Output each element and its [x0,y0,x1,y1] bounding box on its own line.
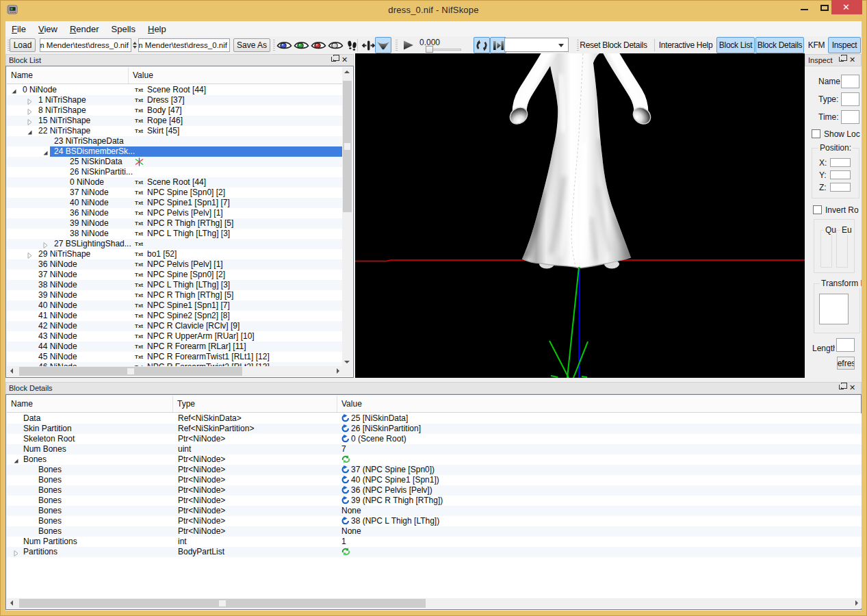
eye-toggle-vertex-normals[interactable] [294,37,309,53]
animation-combobox[interactable] [504,38,569,52]
table-row[interactable]: PartitionsBodyPartList [7,547,862,557]
eye-toggle-vertex-colors[interactable] [276,37,292,53]
scroll-up-arrow[interactable] [344,70,350,73]
column-name[interactable]: Name [7,67,129,84]
show-local-checkbox[interactable] [812,129,820,138]
tree-row[interactable]: 39 NiNodeTxtNPC R Thigh [RThg] [5] [7,218,343,229]
footprints-icon-button[interactable] [346,37,358,53]
field-splitter[interactable] [132,38,138,52]
toolbar-handle[interactable] [396,40,398,51]
eye-toggle-wireframe[interactable] [328,37,344,53]
inspect-close-button[interactable]: ✕ [849,55,858,65]
table-row[interactable]: BonesPtr<NiNode>None [7,526,862,537]
scroll-right-arrow[interactable] [855,600,858,606]
table-row[interactable]: DataRef<NiSkinData>25 [NiSkinData] [7,413,862,424]
table-row[interactable]: BonesPtr<NiNode>38 (NPC L Thigh [LThg]) [7,516,862,526]
tree-row[interactable]: 24 BSDismemberSk... [7,146,343,157]
pan-axis-button[interactable] [360,37,376,53]
column-value[interactable]: Value [337,396,860,412]
tree-row[interactable]: 26 NiSkinPartiti... [7,167,343,177]
block-details-float-button[interactable] [838,383,847,393]
scroll-right-arrow[interactable] [337,368,339,374]
tree-row[interactable]: 44 NiNodeTxtNPC R Forearm [RLar] [11] [7,342,343,352]
time-slider[interactable] [426,46,461,53]
tree-row[interactable]: 36 NiNodeTxtNPC Pelvis [Pelv] [1] [7,259,343,270]
tree-row[interactable]: 43 NiNodeTxtNPC R UpperArm [RUar] [10] [7,331,343,342]
close-button[interactable]: ✕ [831,0,862,14]
expander-collapsed-icon[interactable] [27,107,33,114]
menu-item-file[interactable]: File [5,23,32,36]
tree-row[interactable]: 38 NiNodeTxtNPC L Thigh [LThg] [3] [7,280,343,290]
refresh-button[interactable]: Refresh [837,357,855,370]
expander-collapsed-icon[interactable] [13,549,19,555]
tree-row[interactable]: 1 NiTriShapeTxtDress [37] [7,95,343,105]
block-list-close-button[interactable]: ✕ [341,55,350,65]
load-button[interactable]: Load [10,38,36,52]
expander-expanded-icon[interactable] [27,128,33,134]
save-as-button[interactable]: Save As [233,38,270,52]
type-input[interactable] [841,92,859,106]
expander-expanded-icon[interactable] [42,149,49,155]
table-row[interactable]: BonesPtr<NiNode>40 (NPC Spine1 [Spn1]) [7,475,862,485]
viewport-3d[interactable] [355,53,805,378]
tree-row[interactable]: 22 NiTriShapeTxtSkirt [45] [7,126,343,136]
tree-row[interactable]: 23 NiTriShapeData [7,136,343,146]
tree-row[interactable]: 36 NiNodeTxtNPC Pelvis [Pelv] [1] [7,208,343,218]
tree-row[interactable]: 27 BSLightingShad...Txt [7,239,343,249]
expander-expanded-icon[interactable] [11,87,17,93]
column-value[interactable]: Value [129,67,341,84]
block-list-float-button[interactable] [330,55,339,65]
tree-row[interactable]: 8 NiTriShapeTxtBody [47] [7,105,343,116]
expander-expanded-icon[interactable] [13,457,19,463]
scroll-down-arrow[interactable] [344,361,350,363]
block-details-toggle[interactable]: Block Details [755,37,804,53]
table-row[interactable]: Num Partitionsint1 [7,537,862,547]
toolbar-handle[interactable] [273,40,275,51]
tree-row[interactable]: 40 NiNodeTxtNPC Spine1 [Spn1] [7] [7,198,343,208]
fan-view-toggle[interactable] [375,37,391,53]
menu-item-view[interactable]: View [32,23,64,36]
inspect-toggle[interactable]: Inspect [828,37,861,53]
invert-rotation-checkbox[interactable] [813,205,822,214]
reset-block-details-button[interactable]: Reset Block Details [581,37,646,53]
tree-row[interactable]: 38 NiNodeTxtNPC L Thigh [LThg] [3] [7,229,343,239]
kfm-toggle[interactable]: KFM [806,37,827,53]
minimize-button[interactable] [794,0,814,14]
block-list-header[interactable]: Name Value [7,67,352,84]
tree-row[interactable]: 41 NiNodeTxtNPC Spine2 [Spn2] [8] [7,311,343,321]
inspect-float-button[interactable] [838,55,847,65]
name-input[interactable] [841,75,859,88]
scroll-left-arrow[interactable] [10,368,13,374]
eye-toggle-textures[interactable] [311,37,326,53]
tree-row[interactable]: 37 NiNodeTxtNPC Spine [Spn0] [2] [7,188,343,198]
tree-row[interactable]: 39 NiNodeTxtNPC R Thigh [RThg] [5] [7,290,343,300]
tree-row[interactable]: 42 NiNodeTxtNPC R Clavicle [RClv] [9] [7,321,343,331]
expander-collapsed-icon[interactable] [27,251,33,257]
save-path-field[interactable]: m Mender\test\dress_0.nif [138,38,230,52]
expander-collapsed-icon[interactable] [27,118,33,124]
y-input[interactable] [830,170,851,179]
block-details-header[interactable]: Name Type Value [7,396,860,413]
table-row[interactable]: BonesPtr<NiNode>None [7,506,862,516]
table-row[interactable]: Skin PartitionRef<NiSkinPartition>26 [Ni… [7,424,862,434]
table-row[interactable]: BonesPtr<NiNode>37 (NPC Spine [Spn0]) [7,465,862,475]
tree-row[interactable]: 0 NiNodeTxtScene Root [44] [7,177,343,188]
tree-row[interactable]: 37 NiNodeTxtNPC Spine [Spn0] [2] [7,270,343,280]
loop-animation-toggle[interactable] [474,37,490,53]
expander-collapsed-icon[interactable] [27,97,33,103]
x-input[interactable] [830,158,851,167]
table-row[interactable]: Skeleton RootPtr<NiNode>0 (Scene Root) [7,434,862,444]
table-row[interactable]: BonesPtr<NiNode>39 (NPC R Thigh [RThg]) [7,496,862,506]
menu-item-render[interactable]: Render [64,23,105,36]
column-type[interactable]: Type [173,396,337,412]
slider-handle[interactable] [426,46,433,53]
length-input[interactable] [836,338,855,352]
block-list-hscrollbar[interactable] [7,366,343,376]
menu-item-spells[interactable]: Spells [105,23,142,36]
toolbar-handle[interactable] [577,40,579,51]
block-list-vscrollbar[interactable] [342,67,352,367]
load-path-field[interactable]: m Mender\test\dress_0.nif [40,38,131,52]
expander-collapsed-icon[interactable] [42,241,49,247]
scroll-left-arrow[interactable] [10,600,13,606]
interactive-help-button[interactable]: Interactive Help [658,37,714,53]
